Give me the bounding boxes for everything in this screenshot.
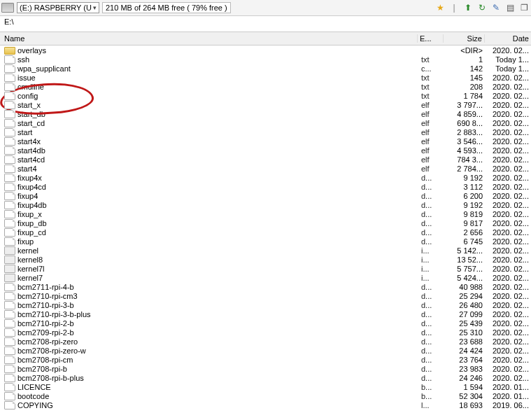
file-row[interactable]: start4elf2 784...2020. 02...: [0, 164, 531, 173]
header-date[interactable]: Date: [485, 34, 531, 43]
file-row[interactable]: wpa_supplicantc...142Today 1...: [0, 64, 531, 73]
file-name: bcm2708-rpi-zero-w: [17, 346, 419, 355]
file-row[interactable]: bcm2710-rpi-2-bd...25 4392020. 02...: [0, 318, 531, 328]
file-size: 9 819: [444, 210, 485, 218]
file-ext: b...: [419, 383, 444, 391]
file-row[interactable]: bcm2710-rpi-3-b-plusd...27 0992020. 02..…: [0, 309, 531, 318]
file-list[interactable]: overlays<DIR>2020. 02...sshtxt1Today 1..…: [0, 46, 531, 420]
file-row[interactable]: LICENCEb...1 5942020. 01...: [0, 382, 531, 391]
file-row[interactable]: bcm2710-rpi-cm3d...25 2942020. 02...: [0, 291, 531, 300]
file-icon: [4, 310, 15, 318]
file-row[interactable]: start_dbelf4 859...2020. 02...: [0, 109, 531, 118]
file-ext: d...: [419, 201, 444, 209]
file-row[interactable]: start_xelf3 797...2020. 02...: [0, 100, 531, 109]
refresh-icon[interactable]: ↻: [476, 2, 488, 13]
file-date: 2020. 02...: [485, 283, 531, 291]
file-icon: [4, 146, 15, 155]
file-row[interactable]: fixup4xd...9 1922020. 02...: [0, 173, 531, 182]
file-row[interactable]: bcm2711-rpi-4-bd...40 9882020. 02...: [0, 282, 531, 291]
file-icon: [4, 274, 15, 282]
file-row[interactable]: bcm2710-rpi-3-bd...26 4802020. 02...: [0, 300, 531, 309]
file-row[interactable]: kerneli...5 142...2020. 02...: [0, 246, 531, 255]
file-ext: elf: [419, 146, 444, 155]
file-row[interactable]: fixup_xd...9 8192020. 02...: [0, 209, 531, 218]
file-row[interactable]: kernel8i...13 52...2020. 02...: [0, 255, 531, 264]
header-ext[interactable]: E...: [418, 34, 444, 43]
file-row[interactable]: cmdlinetxt2082020. 02...: [0, 82, 531, 91]
file-name: issue: [17, 74, 419, 82]
header-name[interactable]: Name: [0, 34, 418, 43]
file-name: COPYING: [17, 401, 419, 410]
header-size[interactable]: Size: [444, 34, 485, 43]
tool-icon[interactable]: ✎: [490, 2, 502, 13]
file-icon: [4, 392, 15, 400]
file-date: 2020. 02...: [485, 292, 531, 300]
favorites-icon[interactable]: ★: [434, 2, 446, 13]
file-row[interactable]: startelf2 883...2020. 02...: [0, 127, 531, 136]
toolbar-right: ★ | ⬆ ↻ ✎ ▤ ❐: [434, 2, 530, 13]
drive-dropdown[interactable]: (E:) RASPBERRY (U ▾: [17, 2, 99, 13]
file-row[interactable]: bootcodeb...52 3042020. 01...: [0, 391, 531, 400]
file-name: wpa_supplicant: [17, 64, 419, 73]
toolbar: (E:) RASPBERRY (U ▾ 210 MB of 264 MB fre…: [0, 0, 531, 16]
grid-icon[interactable]: ▤: [504, 2, 516, 13]
file-name: start_x: [17, 101, 419, 109]
file-ext: txt: [419, 92, 444, 100]
drive-icon: [1, 3, 14, 13]
file-size: 3 546...: [444, 137, 485, 146]
file-row[interactable]: fixupd...6 7452020. 02...: [0, 237, 531, 246]
file-size: 5 757...: [444, 265, 485, 273]
file-row[interactable]: COPYINGl...18 6932019. 06...: [0, 400, 531, 410]
up-icon[interactable]: ⬆: [462, 2, 474, 13]
file-row[interactable]: overlays<DIR>2020. 02...: [0, 46, 531, 55]
file-row[interactable]: kernel7li...5 757...2020. 02...: [0, 264, 531, 273]
file-row[interactable]: issuetxt1452020. 02...: [0, 73, 531, 82]
file-row[interactable]: bcm2708-rpi-b-plusd...24 2462020. 02...: [0, 373, 531, 382]
file-row[interactable]: sshtxt1Today 1...: [0, 55, 531, 64]
file-date: 2020. 02...: [485, 255, 531, 264]
file-date: 2020. 02...: [485, 274, 531, 282]
file-row[interactable]: fixup_dbd...9 8172020. 02...: [0, 218, 531, 227]
file-name: fixup4: [17, 192, 419, 200]
file-date: 2020. 02...: [485, 92, 531, 100]
file-row[interactable]: bcm2708-rpi-zerod...23 6882020. 02...: [0, 337, 531, 346]
file-ext: elf: [419, 137, 444, 146]
file-icon: [4, 228, 15, 237]
file-ext: d...: [419, 301, 444, 309]
file-date: 2020. 02...: [485, 110, 531, 118]
file-date: 2020. 02...: [485, 319, 531, 328]
file-date: 2020. 02...: [485, 365, 531, 373]
file-name: config: [17, 92, 419, 100]
file-name: overlays: [17, 46, 419, 55]
path-bar[interactable]: E:\: [0, 16, 531, 32]
file-date: 2020. 02...: [485, 74, 531, 82]
file-row[interactable]: fixup4cdd...3 1122020. 02...: [0, 182, 531, 191]
file-size: 23 983: [444, 365, 485, 373]
file-row[interactable]: bcm2708-rpi-bd...23 9832020. 02...: [0, 364, 531, 373]
file-row[interactable]: bcm2708-rpi-zero-wd...24 4242020. 02...: [0, 346, 531, 355]
file-row[interactable]: fixup_cdd...2 6562020. 02...: [0, 227, 531, 237]
file-row[interactable]: start4cdelf784 3...2020. 02...: [0, 155, 531, 164]
file-row[interactable]: start4xelf3 546...2020. 02...: [0, 136, 531, 146]
file-row[interactable]: bcm2709-rpi-2-bd...25 3102020. 02...: [0, 328, 531, 337]
file-row[interactable]: fixup4dbd...9 1922020. 02...: [0, 200, 531, 209]
file-icon: [4, 192, 15, 200]
file-row[interactable]: kernel7i...5 424...2020. 02...: [0, 273, 531, 282]
file-icon: [4, 319, 15, 328]
file-row[interactable]: start_cdelf690 8...2020. 02...: [0, 118, 531, 127]
window-icon[interactable]: ❐: [518, 2, 530, 13]
file-ext: txt: [419, 74, 444, 82]
file-ext: d...: [419, 337, 444, 346]
file-size: 784 3...: [444, 155, 485, 164]
file-icon: [4, 283, 15, 291]
file-row[interactable]: fixup4d...6 2002020. 02...: [0, 191, 531, 200]
file-ext: i...: [419, 255, 444, 264]
file-row[interactable]: configtxt1 7842020. 02...: [0, 91, 531, 100]
file-row[interactable]: start4dbelf4 593...2020. 02...: [0, 146, 531, 155]
file-ext: c...: [419, 64, 444, 73]
file-ext: d...: [419, 374, 444, 382]
file-name: fixup4cd: [17, 183, 419, 191]
file-row[interactable]: bcm2708-rpi-cmd...23 7642020. 02...: [0, 355, 531, 364]
file-date: 2020. 02...: [485, 356, 531, 364]
file-icon: [4, 137, 15, 146]
